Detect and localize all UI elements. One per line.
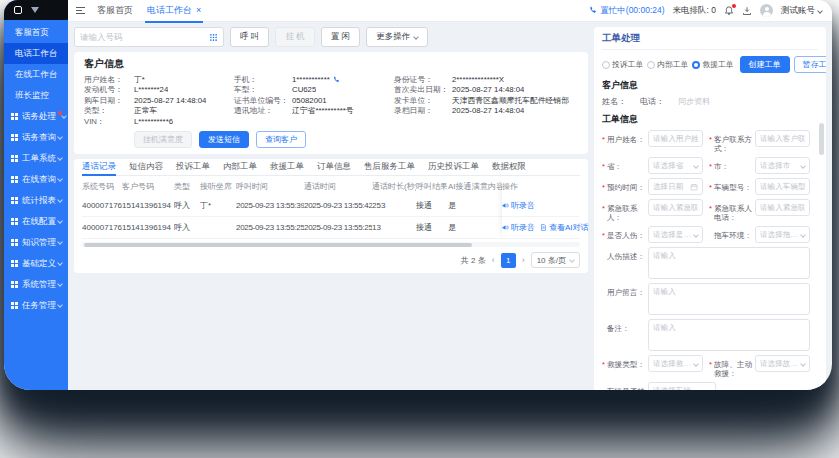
appointment-date-field[interactable]: 选择日期: [648, 178, 703, 195]
topbar: 客服首页 电话工作台× 置忙中(00:00:24) 来电排队: 0 测试账号: [68, 0, 832, 22]
sidebar-item-task-management[interactable]: 任务管理: [4, 295, 68, 316]
view-ai-dialog-link[interactable]: 查看AI对话: [540, 222, 589, 233]
table-header: AI接通: [448, 181, 472, 192]
injury-select[interactable]: 请选择是否人伤: [648, 226, 703, 243]
customer-buttons: 挂机满意度 发送短信 查询客户: [134, 131, 578, 148]
tab-data-permission[interactable]: 数据权限: [492, 159, 526, 175]
emergency-contact-phone-field[interactable]: [755, 199, 810, 216]
export-icon[interactable]: [742, 6, 752, 16]
field-purchase-date: 购车日期：2025-08-27 14:48:04: [84, 96, 234, 106]
next-page-button[interactable]: ›: [522, 255, 525, 265]
tab-call-records[interactable]: 通话记录: [82, 159, 116, 175]
create-workorder-button[interactable]: 创建工单: [740, 56, 790, 73]
hangup-button[interactable]: 挂 机: [275, 27, 314, 47]
horizontal-scrollbar[interactable]: [82, 242, 580, 247]
chevron-down-icon: [57, 176, 63, 182]
customer-info-title: 客户信息: [84, 57, 578, 71]
tab-internal-order[interactable]: 内部工单: [223, 159, 257, 175]
phone-icon[interactable]: [332, 76, 340, 84]
agent-busy-status[interactable]: 置忙中(00:00:24): [588, 5, 664, 17]
contact-method-field[interactable]: [755, 130, 810, 147]
menu-grid-icon: [11, 260, 18, 267]
city-select[interactable]: 请选择市: [755, 157, 810, 174]
tab-rescue-order[interactable]: 救援工单: [270, 159, 304, 175]
sidebar-item-workorder-system[interactable]: 工单系统: [4, 148, 68, 169]
sidebar-item-system-management[interactable]: 系统管理: [4, 274, 68, 295]
table-cell: 253: [372, 201, 416, 210]
hangup-satisfaction-button[interactable]: 挂机满意度: [134, 131, 192, 148]
draft-workorder-button[interactable]: 暂存工单(0): [794, 56, 826, 73]
province-select[interactable]: 请选择省: [648, 157, 703, 174]
close-icon[interactable]: ×: [196, 6, 201, 15]
table-cell: 4000071768: [82, 201, 122, 210]
table-cell: 2025-09-23 13:55:39: [236, 201, 304, 210]
tab-order-info[interactable]: 订单信息: [317, 159, 351, 175]
sync-data-hint: 同步资料: [678, 96, 710, 107]
field-type: 类型：正常车: [84, 106, 234, 116]
bell-icon[interactable]: [724, 6, 734, 16]
prev-page-button[interactable]: ‹: [492, 255, 495, 265]
page-1-button[interactable]: 1: [501, 253, 516, 268]
play-recording-link[interactable]: 听录音: [502, 200, 535, 211]
injury-desc-textarea[interactable]: [648, 247, 810, 279]
radio-icon: [647, 61, 655, 69]
tab-history-complaint[interactable]: 历史投诉工单: [428, 159, 479, 175]
radio-internal-workorder[interactable]: 内部工单: [647, 59, 688, 70]
sidebar-item-online-config[interactable]: 在线配置: [4, 211, 68, 232]
sidebar-item-base-definition[interactable]: 基础定义: [4, 253, 68, 274]
calendar-icon: [690, 183, 698, 191]
tab-service-home[interactable]: 客服首页: [95, 0, 135, 22]
page-size-select[interactable]: 10 条/页: [531, 252, 580, 268]
table-cell: 13: [372, 223, 416, 232]
set-idle-button[interactable]: 置 闲: [321, 27, 360, 47]
sidebar-item-call-query[interactable]: 话务查询: [4, 127, 68, 148]
radio-complaint-workorder[interactable]: 投诉工单: [602, 59, 643, 70]
sidebar-item-knowledge[interactable]: 知识管理: [4, 232, 68, 253]
radio-rescue-workorder[interactable]: 救援工单: [692, 59, 733, 70]
table-header: 系统号码: [82, 181, 122, 192]
menu-grid-icon: [11, 197, 18, 204]
sidebar-item-service-home[interactable]: 客服首页: [4, 22, 68, 43]
play-recording-link[interactable]: 听录音: [502, 222, 535, 233]
emergency-contact-field[interactable]: [648, 199, 703, 216]
account-menu[interactable]: 测试账号: [781, 5, 822, 17]
chevron-down-icon: [57, 197, 63, 203]
menu-grid-icon: [11, 113, 18, 120]
rescue-mode-select[interactable]: 请选择故障、主动救…: [755, 355, 810, 372]
vehicle-model-field[interactable]: [755, 178, 810, 195]
tab-aftersales-order[interactable]: 售后服务工单: [364, 159, 415, 175]
avatar[interactable]: [760, 4, 773, 17]
remark-textarea[interactable]: [648, 319, 810, 351]
tab-phone-workbench[interactable]: 电话工作台×: [145, 0, 203, 22]
keypad-icon[interactable]: [209, 33, 218, 42]
query-customer-button[interactable]: 查询客户: [256, 131, 306, 148]
sidebar-item-online-query[interactable]: 在线查询: [4, 169, 68, 190]
table-header: 类型: [174, 181, 200, 192]
towing-env-select[interactable]: 请选择拖车环境: [755, 226, 810, 243]
tab-sms-content[interactable]: 短信内容: [129, 159, 163, 175]
topbar-status: 置忙中(00:00:24) 来电排队: 0 测试账号: [588, 4, 822, 17]
sidebar-item-phone-workbench[interactable]: 电话工作台: [4, 43, 68, 64]
sidebar-item-stat-report[interactable]: 统计报表: [4, 190, 68, 211]
rescue-type-select[interactable]: 请选择救援类型: [648, 355, 703, 372]
scrollbar-thumb[interactable]: [84, 243, 472, 247]
tab-complaint-order[interactable]: 投诉工单: [176, 159, 210, 175]
sidebar-item-monitor[interactable]: 班长监控: [4, 85, 68, 106]
table-cell: 2025-09-23 13:55:25: [236, 223, 304, 232]
phone-number-input[interactable]: [80, 32, 205, 42]
send-sms-button[interactable]: 发送短信: [199, 131, 249, 148]
collapse-menu-icon[interactable]: [76, 7, 85, 15]
vertical-scrollbar[interactable]: [819, 123, 824, 155]
sidebar-item-call-handling[interactable]: 话务处理: [4, 106, 68, 127]
vehicle-upright-select[interactable]: 请选择车辆是否扶正: [648, 382, 716, 390]
user-message-textarea[interactable]: [648, 283, 810, 315]
field-engine-no: 发动机号：L*******24: [84, 85, 234, 95]
sidebar-item-online-workbench[interactable]: 在线工作台: [4, 64, 68, 85]
more-actions-button[interactable]: 更多操作: [366, 27, 428, 47]
menu-grid-icon: [11, 281, 18, 288]
chevron-down-icon: [707, 388, 713, 390]
call-button[interactable]: 呼 叫: [230, 27, 269, 47]
user-name-field[interactable]: [648, 130, 703, 147]
sidebar-menu: 客服首页 电话工作台 在线工作台 班长监控 话务处理 话务查询 工单系统 在线查…: [4, 20, 68, 390]
table-header: 呼叫时间: [236, 181, 304, 192]
